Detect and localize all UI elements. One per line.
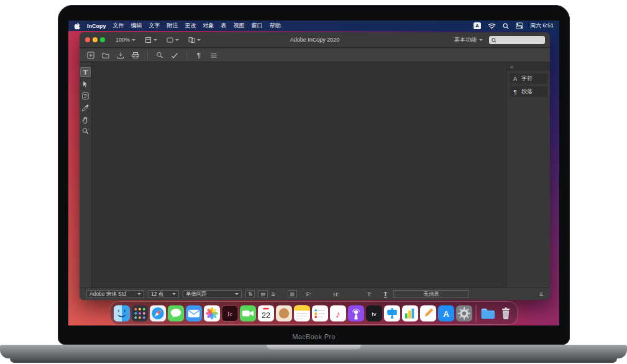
dock-app-store-icon[interactable]: A bbox=[438, 304, 455, 322]
menu-item-7[interactable]: 表 bbox=[221, 22, 227, 30]
zoom-level-select[interactable]: 100% bbox=[116, 37, 135, 43]
toolbar: ¶ bbox=[80, 48, 550, 62]
dock: Ic22♪tvA bbox=[110, 301, 518, 325]
dock-downloads-folder-icon[interactable] bbox=[479, 304, 497, 322]
minimize-button[interactable] bbox=[93, 37, 98, 42]
panel-tab-character[interactable]: A字符 bbox=[510, 73, 547, 84]
copyfit-f-label: F: bbox=[306, 291, 311, 298]
menu-item-5[interactable]: 更改 bbox=[185, 22, 196, 30]
chevron-down-icon bbox=[175, 39, 179, 41]
desktop-wallpaper: InCopy 文件编辑文字附注更改对象表视图窗口帮助 A 周六 6:51 bbox=[68, 20, 559, 325]
eyedropper-tool[interactable] bbox=[80, 102, 91, 112]
dock-system-preferences-icon[interactable] bbox=[456, 304, 474, 322]
dock-podcasts-icon[interactable] bbox=[348, 304, 365, 322]
title-bar-right: 基本功能 bbox=[454, 32, 545, 48]
dock-divider bbox=[476, 305, 477, 322]
search-icon bbox=[492, 38, 497, 43]
leading-select[interactable]: 单倍间距 bbox=[183, 290, 242, 298]
spellcheck-icon[interactable] bbox=[170, 50, 180, 60]
font-family-value: Adobe 宋体 Std bbox=[89, 291, 126, 298]
macbook-base-edge bbox=[10, 358, 617, 363]
position-tool[interactable] bbox=[80, 79, 91, 89]
app-menu-name[interactable]: InCopy bbox=[87, 23, 106, 29]
spotlight-search-icon[interactable] bbox=[503, 23, 509, 29]
dock-contacts-icon[interactable] bbox=[276, 304, 293, 322]
maximize-button[interactable] bbox=[100, 37, 105, 42]
menu-item-9[interactable]: 窗口 bbox=[252, 22, 263, 30]
toolbar-divider bbox=[147, 51, 148, 59]
save-document-icon[interactable] bbox=[116, 50, 126, 60]
dock-tv-icon[interactable]: tv bbox=[366, 304, 383, 322]
zoom-tool[interactable] bbox=[80, 126, 91, 136]
copyfit-h-label: H: bbox=[333, 291, 339, 298]
search-input[interactable] bbox=[498, 37, 542, 43]
close-button[interactable] bbox=[85, 37, 90, 42]
collapse-panels-button[interactable]: « bbox=[507, 63, 550, 71]
menu-bar-clock[interactable]: 周六 6:51 bbox=[530, 22, 554, 30]
dock-numbers-icon[interactable] bbox=[402, 304, 419, 322]
chevron-down-icon bbox=[137, 293, 141, 295]
workspace-area: T « A字符¶段落 bbox=[80, 63, 550, 288]
panel-tab-label: 段落 bbox=[521, 88, 533, 96]
menu-item-10[interactable]: 帮助 bbox=[270, 22, 281, 30]
window-title: Adobe InCopy 2020 bbox=[290, 37, 340, 43]
font-family-select[interactable]: Adobe 宋体 Std bbox=[86, 290, 144, 298]
workspace-switcher[interactable]: 基本功能 bbox=[454, 36, 483, 44]
arrange-documents-dropdown[interactable] bbox=[188, 37, 201, 43]
panel-tab-paragraph[interactable]: ¶段落 bbox=[510, 86, 547, 97]
wifi-icon[interactable] bbox=[488, 23, 496, 29]
text-frame-button[interactable]: ▤ bbox=[259, 290, 268, 298]
input-source-icon[interactable]: A bbox=[474, 22, 481, 29]
hand-tool[interactable] bbox=[80, 114, 91, 124]
dock-trash-icon[interactable] bbox=[497, 304, 515, 322]
chevron-down-icon bbox=[153, 39, 157, 41]
apple-menu[interactable] bbox=[74, 22, 80, 30]
grid-view-button[interactable]: ▥ bbox=[288, 290, 297, 298]
story-list-icon[interactable] bbox=[209, 50, 219, 60]
dock-calendar-icon[interactable]: 22 bbox=[258, 304, 275, 322]
dock-facetime-icon[interactable] bbox=[240, 304, 257, 322]
dock-reminders-icon[interactable] bbox=[312, 304, 329, 322]
dock-photos-icon[interactable] bbox=[204, 304, 221, 322]
panel-dock: « A字符¶段落 bbox=[506, 63, 550, 288]
new-document-icon[interactable] bbox=[86, 50, 96, 60]
screen-mode-dropdown[interactable] bbox=[167, 37, 179, 43]
control-bar-menu-icon[interactable]: ≡ bbox=[539, 291, 543, 298]
menu-item-8[interactable]: 视图 bbox=[234, 22, 245, 30]
dock-messages-icon[interactable] bbox=[168, 304, 185, 322]
tools-panel: T bbox=[80, 63, 92, 288]
screen-mode-icon bbox=[167, 37, 173, 43]
print-icon[interactable] bbox=[130, 50, 140, 60]
dock-launchpad-icon[interactable] bbox=[132, 304, 149, 322]
dock-mail-icon[interactable] bbox=[186, 304, 203, 322]
search-field[interactable] bbox=[489, 36, 545, 44]
chevron-down-icon bbox=[197, 39, 201, 41]
menu-item-3[interactable]: 文字 bbox=[149, 22, 160, 30]
note-tool[interactable] bbox=[80, 91, 91, 101]
font-size-select[interactable]: 12 点 bbox=[148, 290, 179, 298]
dock-music-icon[interactable]: ♪ bbox=[330, 304, 347, 322]
workspace-name: 基本功能 bbox=[454, 36, 477, 44]
document-canvas[interactable] bbox=[93, 63, 506, 288]
dock-incopy-icon[interactable]: Ic bbox=[222, 304, 239, 322]
toolbar-divider bbox=[186, 51, 187, 59]
vertical-spacing-button[interactable]: ⇅ bbox=[245, 290, 255, 298]
control-center-icon[interactable] bbox=[516, 22, 523, 29]
svg-text:tv: tv bbox=[372, 311, 377, 317]
leading-value: 单倍间距 bbox=[186, 291, 207, 298]
menu-item-2[interactable]: 编辑 bbox=[131, 22, 142, 30]
show-hidden-characters-icon[interactable]: ¶ bbox=[194, 50, 204, 60]
menu-item-6[interactable]: 对象 bbox=[203, 22, 214, 30]
view-options-dropdown[interactable] bbox=[145, 37, 157, 43]
dock-keynote-icon[interactable] bbox=[384, 304, 401, 322]
menu-item-1[interactable]: 文件 bbox=[113, 22, 124, 30]
dock-pages-icon[interactable] bbox=[420, 304, 437, 322]
dock-safari-icon[interactable] bbox=[150, 304, 167, 322]
type-tool[interactable]: T bbox=[80, 67, 91, 77]
dock-finder-icon[interactable] bbox=[114, 304, 131, 322]
find-icon[interactable] bbox=[155, 50, 165, 60]
menu-item-4[interactable]: 附注 bbox=[167, 22, 178, 30]
open-document-icon[interactable] bbox=[101, 50, 111, 60]
dock-notes-icon[interactable] bbox=[294, 304, 311, 322]
list-options-icon[interactable]: ≡ bbox=[272, 291, 275, 298]
